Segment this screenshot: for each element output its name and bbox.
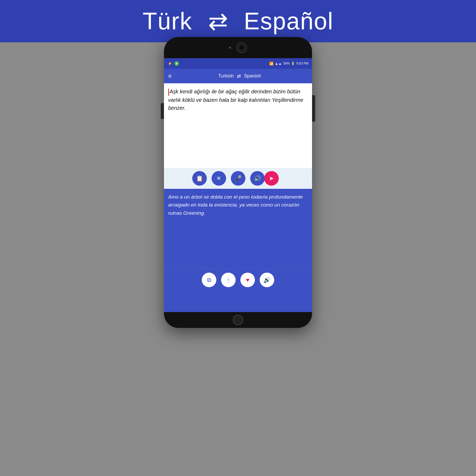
toolbar-lang-left[interactable]: Turkish (218, 73, 234, 79)
usb-icon: ⚡ (168, 61, 172, 66)
text-cursor (168, 89, 169, 96)
share-icon: ↑ (227, 277, 230, 283)
mic-icon: 🎤 (235, 175, 242, 182)
notification-icon: ◉ (174, 61, 179, 66)
header-lang-right[interactable]: Español (244, 8, 333, 35)
header-lang-left[interactable]: Türk (143, 8, 192, 35)
wifi-icon: 📶 (269, 62, 273, 66)
phone-top-area (164, 37, 312, 58)
clear-button[interactable]: ✕ (212, 171, 226, 186)
status-left-icons: ⚡ ◉ (168, 61, 179, 66)
translation-action-buttons: ⧉ ↑ ♥ 🔊 (164, 268, 312, 292)
phone-camera (236, 42, 247, 53)
copy-icon: ⧉ (207, 277, 211, 283)
status-bar: ⚡ ◉ 📶 ▲▲ 54% 🔋 6:03 PM (164, 58, 312, 69)
heart-icon: ♥ (246, 277, 249, 283)
favorite-button[interactable]: ♥ (240, 273, 255, 287)
translate-button[interactable]: ➤ (264, 171, 279, 186)
input-action-buttons: 📋 ✕ 🎤 🔊 ➤ (164, 168, 312, 189)
toolbar-lang-right[interactable]: Spanish (244, 73, 261, 79)
clipboard-button[interactable]: 📋 (192, 171, 207, 186)
speaker-button-translation[interactable]: 🔊 (260, 273, 274, 287)
phone-side-button-right (312, 95, 315, 122)
speaker-icon-input: 🔊 (254, 175, 261, 182)
translation-text: Amo a un árbol se dobla con el peso toda… (168, 193, 308, 217)
app-toolbar: ≡ Turkish ⇄ Spanish (164, 69, 312, 83)
input-area[interactable]: Aşk kendi ağırlığı ile bir ağaç eğilir d… (164, 83, 312, 168)
status-right-info: 📶 ▲▲ 54% 🔋 6:03 PM (269, 62, 308, 66)
phone-speaker (229, 47, 231, 49)
phone-side-button-left (161, 103, 164, 119)
phone-camera-inner (239, 45, 244, 50)
speaker-icon-translation: 🔊 (263, 277, 271, 283)
phone-bottom-area (164, 312, 312, 328)
input-text-content: Aşk kendi ağırlığı ile bir ağaç eğilir d… (168, 88, 308, 112)
battery-icon: 🔋 (291, 62, 295, 65)
mic-button[interactable]: 🎤 (231, 171, 245, 186)
speaker-button-input[interactable]: 🔊 (250, 171, 265, 186)
phone-screen: ⚡ ◉ 📶 ▲▲ 54% 🔋 6:03 PM ≡ Turkish (164, 58, 312, 312)
header-swap-icon[interactable]: ⇄ (208, 9, 228, 33)
share-button[interactable]: ↑ (221, 273, 236, 287)
close-icon: ✕ (216, 175, 221, 182)
toolbar-language-selector: Turkish ⇄ Spanish (172, 73, 308, 79)
input-text[interactable]: Aşk kendi ağırlığı ile bir ağaç eğilir d… (168, 89, 303, 111)
action-buttons-row: 📋 ✕ 🎤 🔊 ➤ (164, 168, 312, 189)
phone-body: ⚡ ◉ 📶 ▲▲ 54% 🔋 6:03 PM ≡ Turkish (164, 37, 312, 328)
send-icon: ➤ (269, 175, 274, 182)
toolbar-swap-icon[interactable]: ⇄ (237, 73, 241, 79)
clipboard-icon: 📋 (196, 175, 203, 182)
battery-indicator: 54% (283, 62, 290, 65)
copy-translation-button[interactable]: ⧉ (202, 273, 216, 287)
time-display: 6:03 PM (296, 62, 308, 65)
home-button[interactable] (233, 315, 243, 325)
translation-output-area: Amo a un árbol se dobla con el peso toda… (164, 189, 312, 268)
phone-wrapper: ⚡ ◉ 📶 ▲▲ 54% 🔋 6:03 PM ≡ Turkish (164, 37, 312, 328)
top-header: Türk ⇄ Español (0, 0, 476, 42)
menu-button[interactable]: ≡ (168, 73, 172, 80)
signal-icon: ▲▲ (275, 62, 282, 66)
